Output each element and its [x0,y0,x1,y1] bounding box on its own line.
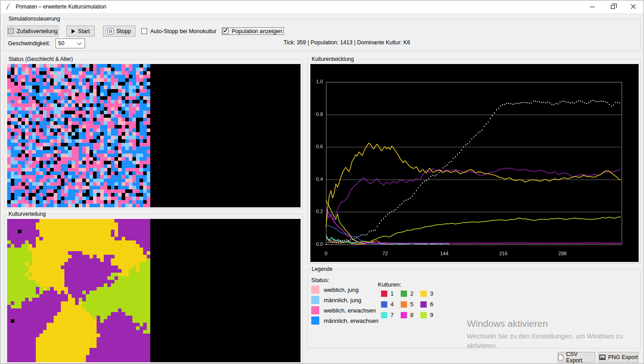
legend-status-list: weiblich, jungmännlich, jungweiblich, er… [311,286,378,327]
legend-culture-label: 5 [410,301,413,308]
button-label: Stopp [116,28,131,34]
simulation-status-text: Tick: 359 | Population: 1413 | Dominante… [284,39,410,46]
panel-title: Status (Geschlecht & Alter) [7,56,74,62]
checkbox-label: Auto-Stopp bei Monokultur [150,28,216,34]
auto-stop-checkbox[interactable]: Auto-Stopp bei Monokultur [141,27,216,35]
legend-culture-item: 8 [401,312,413,318]
color-swatch [311,306,319,314]
minimize-icon [590,7,595,7]
button-label: Zufallsverteilung [17,28,57,34]
color-swatch [311,317,319,325]
start-button[interactable]: Start [66,26,95,37]
speed-label: Geschwindigkeit: [8,40,51,47]
checkbox-box [141,28,147,34]
speed-combobox[interactable]: 50 [55,39,85,48]
culture-evolution-chart-panel: Kulturentwicklung [307,59,641,264]
legend-culture-label: 1 [390,290,394,297]
speed-value: 50 [56,40,78,47]
legend-culture-label: 3 [430,290,433,297]
legend-culture-item: 6 [420,301,433,308]
culture-grid-canvas [7,219,301,362]
restore-icon [611,5,615,9]
panel-title: Simulationssteuerung [7,16,61,22]
legend-culture-label: 6 [430,301,433,308]
close-button[interactable] [623,0,644,13]
show-population-checkbox[interactable]: Population anzeigen [222,27,284,35]
legend-status-item: männlich, erwachsen [311,317,378,325]
button-label: PNG Export [608,354,638,360]
color-swatch [311,296,319,304]
feather-app-icon [5,3,12,10]
legend-culture-label: 9 [430,312,433,318]
panel-title: Kulturverteilung [7,211,47,217]
titlebar: Primaten – erweiterte Kultursimulation [0,0,644,13]
color-swatch [381,301,387,308]
legend-panel: Legende Status: weiblich, jungmännlich, … [307,269,641,348]
color-swatch [420,291,427,297]
legend-status-label: weiblich, jung [324,287,359,293]
color-swatch [401,291,407,297]
png-export-button[interactable]: PNG Export [598,352,639,363]
panel-title: Legende [310,266,334,272]
color-swatch [420,301,427,308]
csv-export-button[interactable]: CSV Export [558,352,595,363]
legend-culture-label: 2 [410,290,413,297]
checkbox-label: Population anzeigen [232,28,282,34]
culture-evolution-chart-canvas [310,64,639,262]
status-grid-panel: Status (Geschlecht & Alter) [4,59,303,209]
color-swatch [420,312,427,318]
legend-status-label: weiblich, erwachsen [324,307,376,314]
stop-button[interactable]: Stopp [103,26,136,37]
pause-icon [107,28,114,34]
legend-culture-item: 1 [381,290,394,297]
close-icon [631,4,636,9]
legend-status-item: weiblich, jung [311,286,378,294]
button-label: CSV Export [566,351,595,364]
legend-status-header: Status: [311,277,329,283]
color-swatch [401,312,407,318]
status-grid-canvas [7,64,301,207]
minimize-button[interactable] [582,0,602,13]
restore-button[interactable] [602,0,623,13]
legend-cultures-grid: 123456789 [381,290,433,318]
legend-culture-item: 5 [401,301,413,308]
color-swatch [381,312,387,318]
button-label: Start [78,28,89,34]
dice-icon [8,28,14,34]
legend-status-label: männlich, jung [324,297,361,304]
culture-grid-panel: Kulturverteilung [4,214,303,364]
legend-culture-label: 7 [390,312,394,318]
legend-culture-label: 4 [390,301,394,308]
legend-status-item: weiblich, erwachsen [311,306,378,314]
color-swatch [401,301,407,308]
legend-cultures-header: Kulturen: [378,281,401,288]
random-distribution-button[interactable]: Zufallsverteilung [7,26,59,37]
image-icon [599,355,606,360]
legend-culture-label: 8 [410,312,413,318]
play-icon [71,29,75,34]
legend-culture-item: 9 [420,312,433,318]
app-window: Primaten – erweiterte Kultursimulation S… [0,0,644,364]
chevron-down-icon [77,41,82,45]
panel-title: Kulturentwicklung [310,56,355,62]
legend-culture-item: 4 [381,301,394,308]
color-swatch [311,286,319,294]
legend-status-item: männlich, jung [311,296,378,304]
simulation-controls-panel: Simulationssteuerung Zufallsverteilung S… [4,19,641,51]
legend-status-label: männlich, erwachsen [324,317,378,324]
window-title: Primaten – erweiterte Kultursimulation [16,4,106,10]
color-swatch [381,291,387,297]
legend-culture-item: 3 [420,290,433,297]
checkbox-box [223,28,229,34]
legend-culture-item: 2 [401,290,413,297]
legend-culture-item: 7 [381,312,394,318]
document-icon [558,354,564,360]
